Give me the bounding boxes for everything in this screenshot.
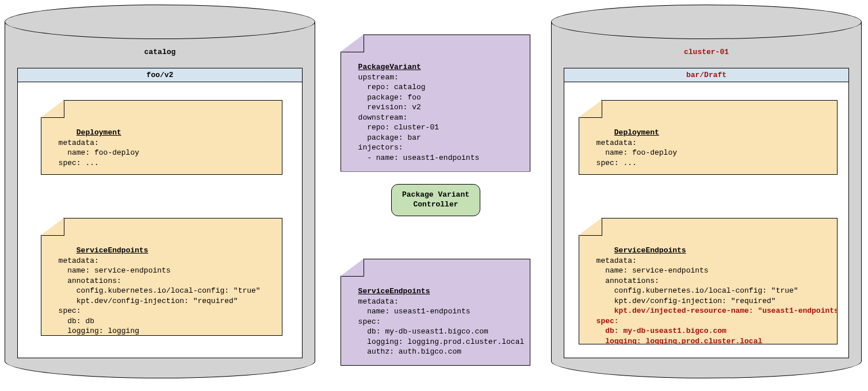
service-endpoints-title: ServiceEndpoints (77, 246, 148, 255)
center-service-endpoints-title: ServiceEndpoints (358, 287, 430, 296)
package-bar-draft: bar/Draft Deployment metadata: name: foo… (564, 68, 849, 358)
service-endpoints-body: metadata: name: service-endpoints annota… (49, 256, 261, 346)
center-service-endpoints-body: metadata: name: useast1-endpoints spec: … (349, 297, 524, 356)
cylinder-top (5, 5, 315, 39)
package-variant-body: upstream: repo: catalog package: foo rev… (349, 73, 479, 162)
package-header: foo/v2 (18, 68, 302, 82)
package-foo-v2: foo/v2 Deployment metadata: name: foo-de… (17, 68, 303, 358)
controller-line1: Package Variant (402, 190, 469, 199)
service-endpoints-body-plain: metadata: name: service-endpoints annota… (587, 256, 798, 305)
package-variant-controller: Package Variant Controller (391, 184, 480, 216)
center-service-endpoints-note: ServiceEndpoints metadata: name: useast1… (341, 259, 530, 366)
cylinder-top (551, 5, 862, 39)
package-variant-note: PackageVariant upstream: repo: catalog p… (341, 34, 530, 172)
catalog-title: catalog (5, 48, 315, 56)
deployment-note: Deployment metadata: name: foo-deploy sp… (41, 100, 282, 175)
package-variant-title: PackageVariant (358, 63, 421, 71)
controller-line2: Controller (414, 200, 458, 209)
deployment-title-right: Deployment (614, 128, 659, 137)
deployment-note-right: Deployment metadata: name: foo-deploy sp… (579, 100, 838, 175)
service-endpoints-note-right: ServiceEndpoints metadata: name: service… (579, 218, 838, 344)
cluster-01-cylinder: cluster-01 bar/Draft Deployment metadata… (551, 5, 862, 378)
deployment-title: Deployment (77, 128, 121, 137)
deployment-body: metadata: name: foo-deploy spec: ... (49, 139, 139, 167)
package-header: bar/Draft (564, 68, 848, 82)
service-endpoints-title-right: ServiceEndpoints (614, 246, 686, 255)
cluster-01-title: cluster-01 (551, 48, 862, 56)
deployment-body-right: metadata: name: foo-deploy spec: ... (587, 139, 677, 167)
service-endpoints-body-red: kpt.dev/injected-resource-name: "useast1… (587, 306, 843, 355)
service-endpoints-note: ServiceEndpoints metadata: name: service… (41, 218, 282, 336)
catalog-cylinder: catalog foo/v2 Deployment metadata: name… (5, 5, 315, 378)
